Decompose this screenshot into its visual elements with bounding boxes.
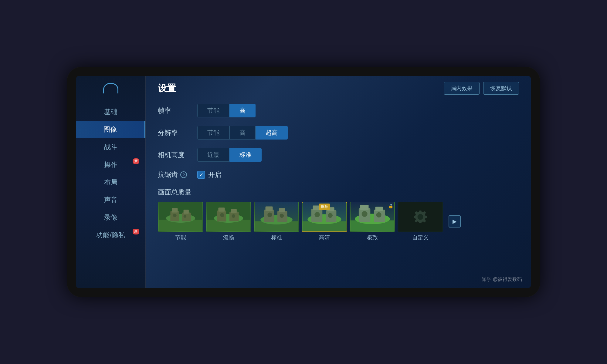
svg-point-26	[280, 214, 284, 217]
phone-frame: 基础 图像 战斗 操作 新 布局 声音 录像 功能/隐私 新	[67, 67, 540, 297]
camera-label: 相机高度	[158, 150, 197, 160]
quality-name-smooth: 流畅	[223, 234, 234, 241]
resolution-row: 分辨率 节能 高 超高	[158, 126, 519, 140]
resolution-label: 分辨率	[158, 128, 197, 137]
quality-name-hd: 高清	[319, 234, 330, 241]
sidebar-item-privacy[interactable]: 功能/隐私 新	[76, 226, 145, 244]
antialias-checkbox[interactable]: ✓	[197, 171, 205, 179]
quality-item-standard[interactable]: 标准	[254, 202, 299, 241]
svg-point-8	[184, 215, 187, 218]
resolution-power-save-btn[interactable]: 节能	[197, 126, 229, 140]
svg-rect-14	[218, 207, 225, 211]
resolution-ultra-btn[interactable]: 超高	[256, 126, 288, 140]
sidebar-item-sound[interactable]: 声音	[76, 191, 145, 209]
antialias-help-icon[interactable]: ?	[180, 171, 187, 178]
svg-point-7	[173, 214, 177, 217]
play-preview-button[interactable]: ▶	[449, 215, 461, 228]
svg-rect-49	[419, 221, 422, 223]
quality-item-power-save[interactable]: 节能	[158, 202, 203, 241]
controls-badge: 新	[133, 158, 139, 164]
resolution-high-btn[interactable]: 高	[229, 126, 256, 140]
quality-thumb-standard	[254, 202, 299, 232]
svg-rect-23	[266, 206, 273, 211]
svg-point-35	[328, 213, 333, 218]
quality-thumb-smooth	[206, 202, 251, 232]
quality-thumb-custom	[398, 202, 443, 232]
quality-item-custom[interactable]: 自定义	[398, 202, 443, 241]
svg-rect-51	[414, 216, 416, 218]
sidebar-item-basics[interactable]: 基础	[76, 103, 145, 121]
quality-title: 画面总质量	[158, 188, 519, 197]
quality-name-power-save: 节能	[175, 234, 186, 241]
svg-rect-15	[231, 209, 237, 213]
settings-area: 帧率 节能 高 分辨率 节能 高 超高	[158, 104, 519, 282]
framerate-high-btn[interactable]: 高	[229, 104, 256, 117]
svg-rect-6	[184, 210, 189, 214]
sidebar-item-recording[interactable]: 录像	[76, 209, 145, 226]
camera-close-btn[interactable]: 近景	[197, 148, 229, 162]
svg-rect-42	[375, 207, 383, 211]
camera-standard-btn[interactable]: 标准	[229, 148, 262, 162]
antialias-checkbox-label: 开启	[208, 170, 222, 179]
svg-point-17	[232, 214, 236, 218]
framerate-btn-group: 节能 高	[197, 104, 256, 117]
sidebar-item-graphics[interactable]: 图像	[76, 121, 145, 138]
svg-point-16	[220, 213, 224, 217]
antialias-label: 抗锯齿	[158, 170, 178, 179]
svg-rect-5	[172, 208, 178, 212]
quality-name-ultra: 极致	[367, 234, 378, 241]
sidebar-item-layout[interactable]: 布局	[76, 174, 145, 191]
framerate-row: 帧率 节能 高	[158, 104, 519, 117]
quality-item-smooth[interactable]: 流畅	[206, 202, 251, 241]
resolution-btn-group: 节能 高 超高	[197, 126, 288, 140]
main-content: 设置 局内效果 恢复默认 帧率 节能 高 分辨率	[146, 76, 531, 288]
svg-rect-48	[419, 211, 422, 213]
svg-point-34	[314, 212, 320, 217]
svg-point-44	[376, 212, 381, 217]
phone-screen: 基础 图像 战斗 操作 新 布局 声音 录像 功能/隐私 新	[76, 76, 531, 288]
quality-item-hd[interactable]: 推荐 高清	[302, 202, 347, 241]
svg-rect-24	[279, 208, 285, 212]
checkmark-icon: ✓	[199, 172, 203, 178]
antialias-row: 抗锯齿 ? ✓ 开启	[158, 170, 519, 179]
svg-rect-50	[424, 216, 427, 218]
sidebar-item-controls[interactable]: 操作 新	[76, 156, 145, 174]
svg-point-47	[417, 214, 423, 220]
camera-row: 相机高度 近景 标准	[158, 148, 519, 162]
quality-thumb-ultra: 🔒	[350, 202, 395, 232]
framerate-power-save-btn[interactable]: 节能	[197, 104, 229, 117]
header-buttons: 局内效果 恢复默认	[444, 82, 519, 95]
quality-item-ultra[interactable]: 🔒 极致	[350, 202, 395, 241]
in-game-effects-button[interactable]: 局内效果	[444, 82, 480, 95]
svg-rect-41	[360, 205, 369, 210]
antialias-checkbox-group: ✓ 开启	[197, 170, 222, 179]
hd-badge: 推荐	[319, 204, 330, 210]
framerate-label: 帧率	[158, 106, 197, 115]
ultra-lock-icon: 🔒	[388, 204, 393, 208]
privacy-badge: 新	[133, 229, 139, 234]
svg-point-43	[361, 211, 367, 217]
quality-name-custom: 自定义	[412, 234, 429, 241]
svg-point-25	[267, 213, 272, 217]
quality-name-standard: 标准	[271, 234, 282, 241]
sidebar: 基础 图像 战斗 操作 新 布局 声音 录像 功能/隐私 新	[76, 76, 146, 288]
page-title: 设置	[158, 82, 176, 95]
restore-default-button[interactable]: 恢复默认	[483, 82, 519, 95]
camera-btn-group: 近景 标准	[197, 148, 262, 162]
quality-thumb-power-save	[158, 202, 203, 232]
quality-section: 画面总质量	[158, 188, 519, 241]
app-logo	[102, 82, 120, 94]
svg-rect-4	[182, 213, 191, 221]
page-header: 设置 局内效果 恢复默认	[158, 82, 519, 95]
quality-thumb-hd: 推荐	[302, 202, 347, 232]
quality-grid: 节能	[158, 202, 443, 241]
antialias-label-area: 抗锯齿 ?	[158, 170, 197, 179]
watermark: 知乎 @彼得爱数码	[482, 276, 522, 283]
sidebar-item-combat[interactable]: 战斗	[76, 138, 145, 156]
